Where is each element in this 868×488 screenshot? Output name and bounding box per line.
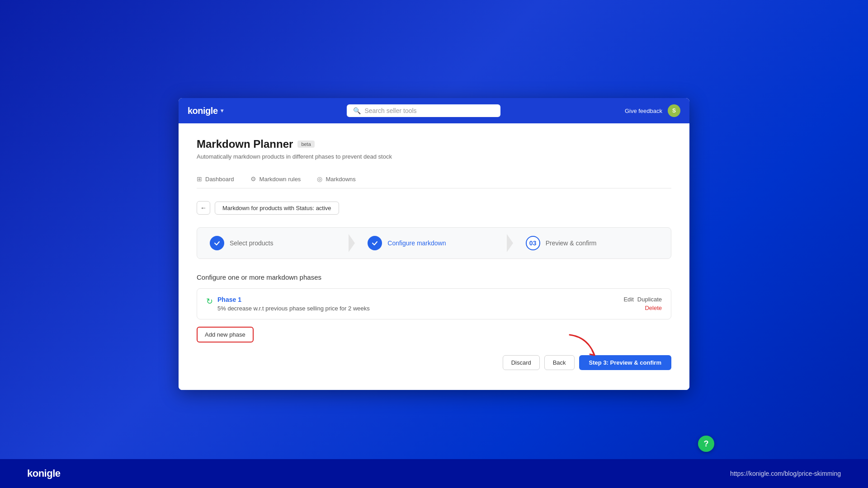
footer: konigle https://konigle.com/blog/price-s… [0, 459, 868, 488]
tab-markdowns-label: Markdowns [326, 176, 355, 183]
give-feedback-link[interactable]: Give feedback [625, 108, 662, 114]
breadcrumb: Markdown for products with Status: activ… [215, 202, 339, 215]
back-nav: ← Markdown for products with Status: act… [197, 201, 671, 215]
delete-link[interactable]: Delete [645, 305, 662, 311]
step-select-products: Select products [197, 228, 355, 258]
tab-markdown-rules[interactable]: ⚙ Markdown rules [250, 171, 310, 188]
brand-logo[interactable]: konigle ▾ [188, 106, 223, 116]
tabs: ⊞ Dashboard ⚙ Markdown rules ◎ Markdowns [197, 171, 671, 188]
step-2-circle [368, 236, 382, 250]
back-step-button[interactable]: Back [544, 355, 575, 370]
search-box[interactable]: 🔍 Search seller tools [347, 104, 500, 117]
chevron-down-icon: ▾ [221, 108, 223, 114]
gear-icon: ⚙ [250, 175, 256, 183]
edit-link[interactable]: Edit [623, 296, 633, 303]
step-1-circle [210, 236, 224, 250]
phase-description: 5% decrease w.r.t previous phase selling… [217, 305, 370, 312]
tab-markdown-rules-label: Markdown rules [259, 176, 301, 183]
page-title: Markdown Planner [197, 138, 293, 150]
footer-url: https://konigle.com/blog/price-skimming [730, 470, 841, 477]
phase-info: Phase 1 5% decrease w.r.t previous phase… [217, 296, 370, 312]
back-button[interactable]: ← [197, 201, 210, 215]
page-subtitle: Automatically markdown products in diffe… [197, 153, 671, 160]
navbar: konigle ▾ 🔍 Search seller tools Give fee… [179, 98, 689, 123]
section-title: Configure one or more markdown phases [197, 273, 671, 281]
search-placeholder: Search seller tools [364, 107, 416, 114]
navbar-right: Give feedback S [625, 104, 680, 117]
phase-card: ↻ Phase 1 5% decrease w.r.t previous pha… [197, 288, 671, 319]
tab-dashboard[interactable]: ⊞ Dashboard [197, 171, 243, 188]
search-bar-container: 🔍 Search seller tools [230, 104, 618, 117]
page-content: Markdown Planner beta Automatically mark… [179, 123, 689, 390]
tab-dashboard-label: Dashboard [205, 176, 234, 183]
add-phase-button[interactable]: Add new phase [197, 327, 254, 343]
search-icon: 🔍 [353, 107, 361, 114]
circle-icon: ◎ [317, 175, 322, 183]
refresh-icon: ↻ [206, 296, 213, 306]
phase-left: ↻ Phase 1 5% decrease w.r.t previous pha… [206, 296, 370, 312]
step-3-circle: 03 [526, 236, 540, 250]
phase-actions: Edit Duplicate Delete [623, 296, 662, 311]
step-3-label: Preview & confirm [546, 239, 597, 247]
step-preview-confirm: 03 Preview & confirm [513, 228, 671, 258]
brand-name: konigle [188, 106, 218, 116]
next-step-button[interactable]: Step 3: Preview & confirm [579, 355, 671, 370]
title-row: Markdown Planner beta [197, 138, 671, 150]
tab-markdowns[interactable]: ◎ Markdowns [317, 171, 364, 188]
help-button[interactable]: ? [698, 436, 714, 452]
beta-badge: beta [297, 141, 314, 148]
step-configure-markdown: Configure markdown [355, 228, 513, 258]
step-2-label: Configure markdown [387, 239, 446, 247]
footer-brand: konigle [27, 468, 61, 479]
discard-button[interactable]: Discard [503, 355, 540, 370]
phase-actions-top: Edit Duplicate [623, 296, 662, 303]
phase-name: Phase 1 [217, 296, 370, 303]
main-window: konigle ▾ 🔍 Search seller tools Give fee… [179, 98, 689, 390]
stepper: Select products Configure markdown 03 Pr… [197, 227, 671, 259]
step-3-number: 03 [529, 239, 537, 247]
bottom-actions: Discard Back Step 3: Preview & confirm [197, 355, 671, 370]
grid-icon: ⊞ [197, 175, 202, 183]
shopify-avatar: S [668, 104, 680, 117]
step-1-label: Select products [230, 239, 274, 247]
duplicate-link[interactable]: Duplicate [637, 296, 662, 303]
